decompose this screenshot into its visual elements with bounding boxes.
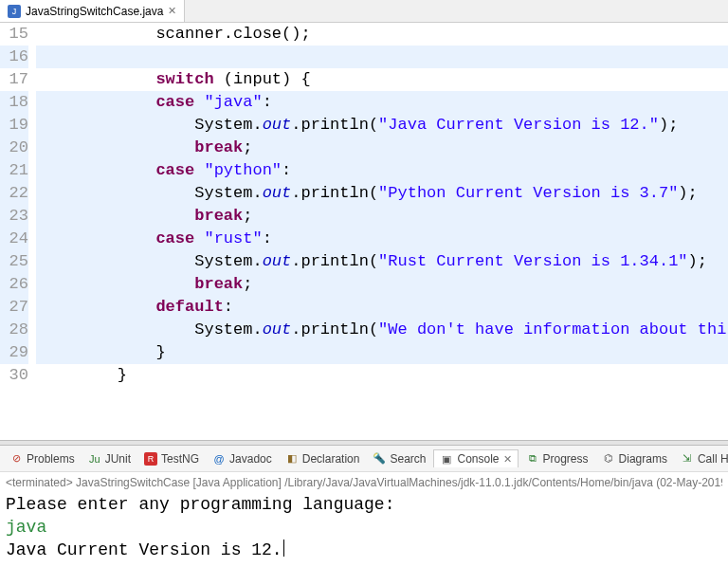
tab-console[interactable]: ▣Console✕ <box>433 449 518 467</box>
view-tab-label: Progress <box>543 452 589 466</box>
line-number: 18 <box>0 91 28 114</box>
line-number: 29 <box>0 341 28 364</box>
view-tab-label: TestNG <box>161 452 199 466</box>
line-number: 25 <box>0 250 28 273</box>
tab-call-hierar[interactable]: ⇲Call Hierar <box>675 450 728 467</box>
search-icon: 🔦 <box>373 452 386 466</box>
view-tab-label: Declaration <box>302 452 360 466</box>
tab-junit[interactable]: JuJUnit <box>82 450 136 467</box>
view-tab-label: Call Hierar <box>698 452 728 466</box>
code-line[interactable]: break; <box>36 273 728 296</box>
line-number: 21 <box>0 159 28 182</box>
line-number: 19 <box>0 114 28 137</box>
line-number-gutter: 15161718192021222324252627282930 <box>0 23 36 440</box>
line-number: 27 <box>0 296 28 319</box>
line-number: 22 <box>0 182 28 205</box>
code-editor[interactable]: 15161718192021222324252627282930 scanner… <box>0 23 728 440</box>
code-area[interactable]: scanner.close(); switch (input) { case "… <box>36 23 728 440</box>
code-line[interactable]: System.out.println("We don't have inform… <box>36 319 728 341</box>
code-line[interactable]: switch (input) { <box>36 68 728 91</box>
tab-progress[interactable]: ⧉Progress <box>520 450 594 467</box>
editor-tab-bar: J JavaStringSwitchCase.java ✕ <box>0 0 728 23</box>
code-line[interactable]: System.out.println("Rust Current Version… <box>36 250 728 273</box>
code-line[interactable]: } <box>36 364 728 387</box>
java-file-icon: J <box>8 5 21 18</box>
line-number: 24 <box>0 228 28 250</box>
line-number: 23 <box>0 205 28 228</box>
console-panel: <terminated> JavaStringSwitchCase [Java … <box>0 472 728 567</box>
code-line[interactable]: System.out.println("Java Current Version… <box>36 114 728 137</box>
line-number: 17 <box>0 68 28 91</box>
callh-icon: ⇲ <box>681 452 694 466</box>
tab-problems[interactable]: ⊘Problems <box>4 450 81 467</box>
testng-icon: R <box>144 452 157 466</box>
tab-diagrams[interactable]: ⌬Diagrams <box>596 450 673 467</box>
problems-icon: ⊘ <box>9 452 23 466</box>
console-output[interactable]: Please enter any programming language:ja… <box>6 493 722 561</box>
code-line[interactable]: default: <box>36 296 728 319</box>
line-number: 28 <box>0 319 28 341</box>
code-line[interactable]: scanner.close(); <box>36 23 728 46</box>
tab-testng[interactable]: RTestNG <box>138 450 205 467</box>
view-tab-label: Console <box>457 452 499 466</box>
console-stdin-line: java <box>6 516 722 539</box>
view-tab-label: Diagrams <box>619 452 667 466</box>
progress-icon: ⧉ <box>526 452 539 466</box>
diagrams-icon: ⌬ <box>602 452 615 466</box>
line-number: 30 <box>0 364 28 387</box>
view-tab-label: Javadoc <box>229 452 272 466</box>
text-caret <box>283 540 284 557</box>
file-tab-label: JavaStringSwitchCase.java <box>26 5 163 18</box>
code-line[interactable]: break; <box>36 205 728 228</box>
console-icon: ▣ <box>440 452 453 466</box>
line-number: 26 <box>0 273 28 296</box>
close-icon[interactable]: ✕ <box>503 453 512 466</box>
decl-icon: ◧ <box>285 452 299 466</box>
code-line[interactable]: System.out.println("Python Current Versi… <box>36 182 728 205</box>
tab-declaration[interactable]: ◧Declaration <box>280 450 366 467</box>
view-tab-label: JUnit <box>105 452 131 466</box>
close-icon[interactable]: ✕ <box>168 5 176 17</box>
views-tab-bar: ⊘ProblemsJuJUnitRTestNG@Javadoc◧Declarat… <box>0 446 728 472</box>
console-status: <terminated> JavaStringSwitchCase [Java … <box>6 476 722 489</box>
tab-search[interactable]: 🔦Search <box>367 450 431 467</box>
code-line[interactable]: case "rust": <box>36 228 728 250</box>
line-number: 20 <box>0 137 28 159</box>
javadoc-icon: @ <box>212 452 226 466</box>
code-line[interactable]: case "python": <box>36 159 728 182</box>
line-number: 15 <box>0 23 28 46</box>
console-stdout-line: Java Current Version is 12. <box>6 539 722 561</box>
code-line[interactable]: case "java": <box>36 91 728 114</box>
file-tab[interactable]: J JavaStringSwitchCase.java ✕ <box>0 0 185 22</box>
view-tab-label: Problems <box>27 452 75 466</box>
junit-icon: Ju <box>88 452 101 466</box>
console-stdout-line: Please enter any programming language: <box>6 493 722 516</box>
view-tab-label: Search <box>390 452 426 466</box>
line-number: 16 <box>0 46 28 68</box>
code-line[interactable]: break; <box>36 137 728 159</box>
tab-javadoc[interactable]: @Javadoc <box>207 450 278 467</box>
code-line[interactable]: } <box>36 341 728 364</box>
code-line[interactable] <box>36 46 728 68</box>
